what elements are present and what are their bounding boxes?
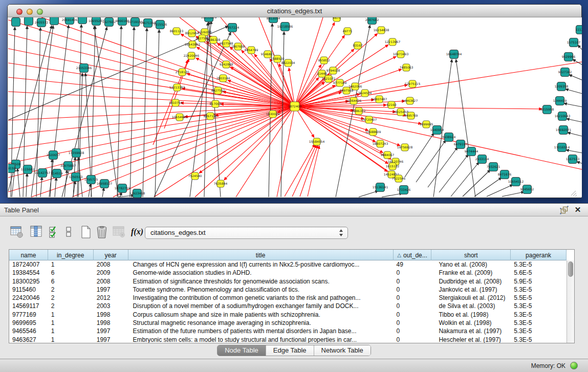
- graph-node[interactable]: 10688609: [365, 128, 381, 136]
- graph-node[interactable]: 1527602: [102, 18, 116, 27]
- table-row[interactable]: 946554611997Estimation of the future num…: [9, 327, 567, 335]
- graph-node[interactable]: 7524540: [188, 172, 202, 180]
- graph-node[interactable]: 16543862: [185, 41, 201, 48]
- table-row[interactable]: 1830029562008Estimation of significance …: [9, 277, 567, 286]
- graph-node[interactable]: 1795725: [84, 176, 98, 184]
- graph-node[interactable]: 2803144: [216, 75, 230, 82]
- graph-node[interactable]: 9242848: [220, 61, 233, 68]
- table-settings-icon[interactable]: [10, 225, 25, 240]
- new-document-icon[interactable]: [80, 225, 94, 240]
- graph-node[interactable]: 18807243: [373, 140, 388, 147]
- scrollbar-thumb[interactable]: [568, 261, 573, 277]
- graph-node[interactable]: 8813054: [267, 17, 280, 23]
- graph-node[interactable]: 12213383: [169, 84, 185, 91]
- graph-node[interactable]: 16154838: [374, 27, 389, 34]
- graph-node[interactable]: 17359928: [69, 149, 84, 158]
- table-row[interactable]: 1938455462009Genome-wide association stu…: [9, 269, 567, 277]
- table-selector-dropdown[interactable]: citations_edges.txt: [145, 227, 348, 239]
- graph-node[interactable]: 1244419: [553, 97, 567, 105]
- table-row[interactable]: 946362711997Embryonic stem cells: a mode…: [9, 336, 567, 343]
- graph-node[interactable]: 39159: [8, 164, 16, 173]
- delete-trash-icon[interactable]: [95, 225, 110, 240]
- table-row[interactable]: 969969511998Structural magnetic resonanc…: [9, 319, 567, 327]
- tab-node-table[interactable]: Node Table: [217, 345, 266, 356]
- graph-node[interactable]: 1115682: [21, 165, 35, 174]
- table-scrollbar[interactable]: [567, 260, 574, 343]
- table-row[interactable]: 911546021997Tourette syndrome. Phenomeno…: [9, 286, 567, 294]
- graph-node[interactable]: 1830029: [266, 111, 280, 118]
- memory-status-indicator[interactable]: [570, 362, 578, 369]
- float-panel-icon[interactable]: [560, 206, 569, 214]
- graph-node[interactable]: 12975115: [405, 80, 421, 87]
- column-header-in_degree[interactable]: in_degree: [48, 250, 94, 260]
- show-columns-icon[interactable]: [30, 225, 44, 240]
- graph-node[interactable]: 16782759: [115, 184, 130, 193]
- graph-node[interactable]: 15720407: [361, 116, 377, 123]
- tab-network-table[interactable]: Network Table: [314, 345, 371, 356]
- table-row[interactable]: 1872400712008Changes of HCN gene express…: [9, 260, 567, 269]
- graph-node[interactable]: 8495769: [404, 112, 418, 119]
- graph-node[interactable]: 3624534: [358, 90, 372, 97]
- graph-node[interactable]: 2933114: [475, 155, 489, 164]
- resize-grip-icon[interactable]: [571, 191, 577, 196]
- graph-node[interactable]: 15136141: [373, 183, 388, 192]
- graph-node[interactable]: 2087682: [365, 17, 379, 25]
- column-header-title[interactable]: title: [128, 250, 394, 260]
- graph-node[interactable]: 2405572: [35, 18, 49, 27]
- graph-node[interactable]: 4675: [333, 17, 340, 21]
- graph-node[interactable]: [12, 18, 20, 27]
- graph-node[interactable]: 7857224: [226, 24, 239, 32]
- graph-node[interactable]: 1810754: [169, 99, 183, 106]
- tab-edge-table[interactable]: Edge Table: [266, 345, 314, 356]
- graph-node[interactable]: 8454749: [245, 47, 258, 54]
- function-builder-icon[interactable]: f(x): [131, 227, 145, 243]
- graph-node[interactable]: 8912954: [185, 30, 199, 37]
- graph-node[interactable]: 49771: [342, 28, 352, 35]
- graph-node[interactable]: 19218586: [277, 23, 293, 31]
- graph-node[interactable]: 7522546: [392, 175, 406, 182]
- graph-node[interactable]: 2020657: [47, 151, 60, 160]
- graph-node[interactable]: 8938924: [442, 133, 456, 142]
- graph-node[interactable]: [78, 17, 87, 24]
- graph-node[interactable]: 1615132: [386, 163, 400, 170]
- column-header-year[interactable]: year: [94, 250, 128, 260]
- delete-table-icon[interactable]: [113, 225, 127, 240]
- graph-node[interactable]: 9794028: [326, 67, 340, 74]
- column-header-short[interactable]: short: [431, 250, 511, 260]
- graph-node[interactable]: 16033809: [201, 17, 217, 22]
- graph-node[interactable]: 2867608: [231, 43, 245, 50]
- graph-node[interactable]: 9884067: [381, 151, 395, 159]
- graph-node[interactable]: 7932621: [487, 163, 500, 171]
- graph-node[interactable]: 62160: [386, 101, 396, 108]
- graph-node[interactable]: 10654112: [508, 178, 524, 186]
- column-header-name[interactable]: name: [9, 250, 48, 260]
- graph-node[interactable]: [25, 17, 33, 26]
- close-panel-icon[interactable]: ✕: [574, 205, 582, 214]
- graph-node[interactable]: 16958107: [97, 180, 113, 188]
- graph-node[interactable]: 8471676: [498, 170, 512, 179]
- graph-node[interactable]: 2718120: [176, 69, 189, 76]
- graph-node[interactable]: 14463627: [402, 97, 418, 104]
- graph-node[interactable]: 1733426: [397, 186, 411, 194]
- column-header-pagerank[interactable]: pagerank: [511, 250, 567, 260]
- network-view-canvas[interactable]: 2405572 20691406 10655287 1527602 946616…: [8, 17, 582, 198]
- graph-node[interactable]: 19756928: [397, 144, 413, 151]
- graph-node[interactable]: 12213967: [385, 38, 401, 46]
- graph-node[interactable]: 30975887: [60, 162, 76, 170]
- graph-node[interactable]: 114519: [51, 169, 63, 178]
- graph-node[interactable]: 9699695: [420, 121, 433, 128]
- graph-node[interactable]: 10654985: [172, 114, 188, 121]
- select-all-checks-icon[interactable]: [48, 225, 62, 240]
- unselect-rows-icon[interactable]: [64, 225, 79, 240]
- graph-node[interactable]: 11127: [575, 26, 582, 34]
- graph-node[interactable]: 8215958: [540, 105, 554, 114]
- window-titlebar[interactable]: citations_edges.txt: [8, 5, 581, 17]
- graph-node[interactable]: 6497568: [340, 87, 354, 94]
- graph-node[interactable]: 20691406: [62, 17, 78, 25]
- graph-node[interactable]: 7485063: [400, 64, 413, 71]
- graph-node[interactable]: 16648784: [446, 50, 462, 59]
- graph-node[interactable]: 83167: [353, 42, 362, 49]
- graph-node[interactable]: 7635844: [214, 180, 228, 187]
- graph-node[interactable]: 9474444: [465, 147, 478, 156]
- graph-node[interactable]: 955812: [318, 57, 330, 64]
